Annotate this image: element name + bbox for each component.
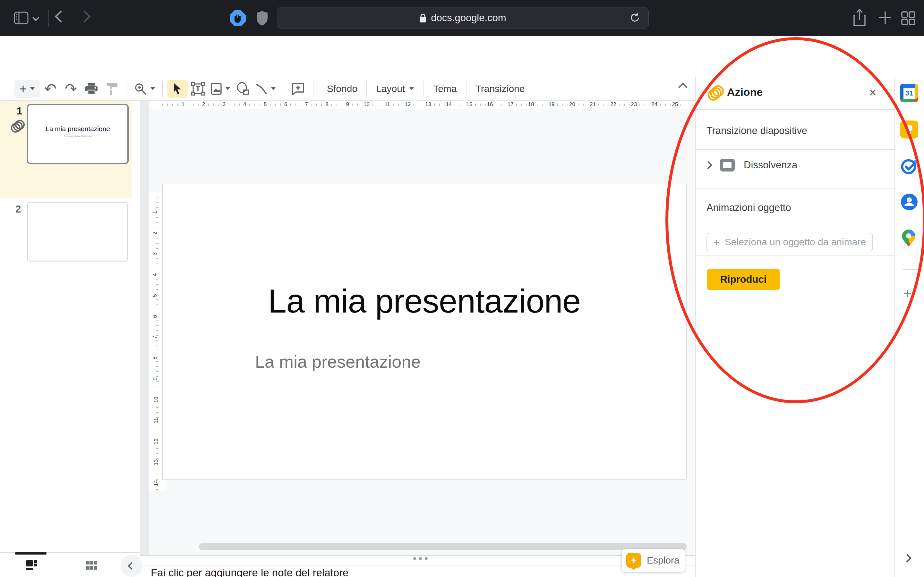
new-tab-icon[interactable] <box>878 10 893 25</box>
ruler-corner <box>150 101 162 109</box>
browser-chrome: docs.google.com <box>0 0 924 37</box>
google-slides-window: { "browser": { "url": "docs.google.com" … <box>0 0 924 577</box>
get-addons-button[interactable]: + <box>903 285 912 301</box>
insert-image-button[interactable] <box>208 80 233 98</box>
explore-label: Esplora <box>647 555 680 566</box>
expand-transition-chevron[interactable] <box>704 161 712 169</box>
motion-icon <box>708 85 723 100</box>
sidebar-options-chevron-icon[interactable] <box>33 15 38 21</box>
transition-slide-icon <box>720 159 735 171</box>
slide-number: 2 <box>15 203 21 215</box>
new-slide-button[interactable]: + <box>15 80 40 98</box>
explore-sparkle-icon: ✦ <box>626 553 641 568</box>
keep-icon[interactable] <box>900 121 918 139</box>
zoom-button[interactable] <box>132 80 158 98</box>
horizontal-ruler: 1234567891011121314151617181920212223242… <box>162 101 688 109</box>
select-tool-button[interactable] <box>167 80 188 98</box>
chrome-divider <box>48 10 49 27</box>
panel-title: Azione <box>727 86 762 98</box>
theme-button[interactable]: Tema <box>424 83 465 94</box>
print-button[interactable] <box>81 80 102 98</box>
plus-icon: + <box>19 82 27 95</box>
select-object-button[interactable]: + Seleziona un oggetto da animare <box>706 233 873 251</box>
layout-button[interactable]: Layout <box>367 83 423 94</box>
contacts-icon[interactable] <box>900 193 918 211</box>
panel-divider <box>696 227 895 227</box>
collapse-filmstrip-button[interactable] <box>121 555 142 577</box>
share-page-icon[interactable] <box>853 9 866 27</box>
thumb-subtitle: La mia presentazione <box>28 135 128 138</box>
slide-thumbnail-1[interactable]: La mia presentazione La mia presentazion… <box>27 104 129 164</box>
forward-button[interactable] <box>80 12 89 22</box>
object-animations-heading: Animazioni oggetto <box>696 202 895 213</box>
layout-label: Layout <box>376 83 405 94</box>
slide-motion-icon <box>11 120 24 133</box>
collapse-side-panel-chevron[interactable] <box>904 555 910 562</box>
paint-format-button[interactable] <box>102 80 122 98</box>
ruler-unit: 1 <box>162 101 183 109</box>
selected-slide-row[interactable]: 1 La mia presentazione La mia presentazi… <box>0 101 132 198</box>
motion-panel-header: Azione × <box>696 77 895 110</box>
explore-button[interactable]: ✦ Esplora <box>622 549 685 572</box>
play-button[interactable]: Riproduci <box>707 269 780 290</box>
privacy-shield-icon[interactable] <box>256 10 268 26</box>
panel-divider <box>696 255 895 256</box>
text-box-button[interactable] <box>188 80 208 98</box>
slide-title-text[interactable]: La mia presentazione <box>163 282 686 320</box>
horizontal-scrollbar[interactable] <box>199 543 687 550</box>
tab-overview-icon[interactable] <box>901 11 916 25</box>
insert-line-button[interactable] <box>253 80 278 98</box>
panel-divider <box>696 188 895 189</box>
canvas-gutter <box>140 101 149 555</box>
toolbar: + ↶ ↷ <box>0 77 695 101</box>
sidebar-toggle-icon[interactable] <box>14 11 29 24</box>
notes-resize-handle[interactable] <box>413 557 428 560</box>
slide-page[interactable]: La mia presentazione La mia presentazion… <box>162 184 687 480</box>
url-text: docs.google.com <box>431 12 506 24</box>
grid-view-button[interactable] <box>86 559 97 571</box>
collapse-toolbar-chevron[interactable] <box>680 84 686 92</box>
redo-button[interactable]: ↷ <box>61 80 81 98</box>
transition-row[interactable]: Dissolvenza <box>696 159 895 171</box>
slide-number: 1 <box>17 105 22 117</box>
motion-panel: Azione × Transizione diapositive Dissolv… <box>695 77 895 577</box>
tasks-icon[interactable] <box>900 157 918 175</box>
calendar-icon[interactable]: 31 <box>900 84 918 102</box>
insert-shape-button[interactable] <box>233 80 253 98</box>
filmstrip-footer <box>0 552 140 577</box>
filmstrip-view-button[interactable] <box>26 559 38 571</box>
editing-canvas: 1234567891011121314151617181920212223242… <box>140 101 695 556</box>
slide-subtitle-text[interactable]: La mia presentazione <box>255 351 421 372</box>
address-bar[interactable]: docs.google.com <box>277 7 649 29</box>
close-panel-icon[interactable]: × <box>869 86 877 99</box>
slide-thumbnail-2[interactable] <box>27 202 128 261</box>
slide-transition-heading: Transizione diapositive <box>696 125 895 137</box>
panel-divider <box>696 149 895 150</box>
content-blocker-hand-icon[interactable] <box>230 10 246 26</box>
speaker-notes-placeholder[interactable]: Fai clic per aggiungere le note del rela… <box>151 567 349 577</box>
thumb-title: La mia presentazione <box>28 125 128 133</box>
plus-icon: + <box>713 237 720 247</box>
sidebar-divider <box>903 269 917 270</box>
lock-icon <box>419 13 426 23</box>
back-button[interactable] <box>57 12 65 22</box>
active-view-indicator <box>15 552 47 554</box>
reload-icon[interactable] <box>629 12 641 23</box>
speaker-notes-bar[interactable]: Fai clic per aggiungere le note del rela… <box>140 565 695 577</box>
transition-button[interactable]: Transizione <box>467 83 534 94</box>
slide-filmstrip: 1 La mia presentazione La mia presentazi… <box>0 101 141 552</box>
undo-button[interactable]: ↶ <box>40 80 61 98</box>
select-object-label: Seleziona un oggetto da animare <box>725 237 866 247</box>
insert-comment-button[interactable] <box>288 80 309 98</box>
google-side-panel: 31 + <box>895 77 924 577</box>
app-header: Presentazione senza titolo ☆ FileModific… <box>0 36 924 77</box>
background-button[interactable]: Sfondo <box>318 83 367 94</box>
transition-name: Dissolvenza <box>744 159 797 171</box>
maps-icon[interactable] <box>900 229 918 247</box>
